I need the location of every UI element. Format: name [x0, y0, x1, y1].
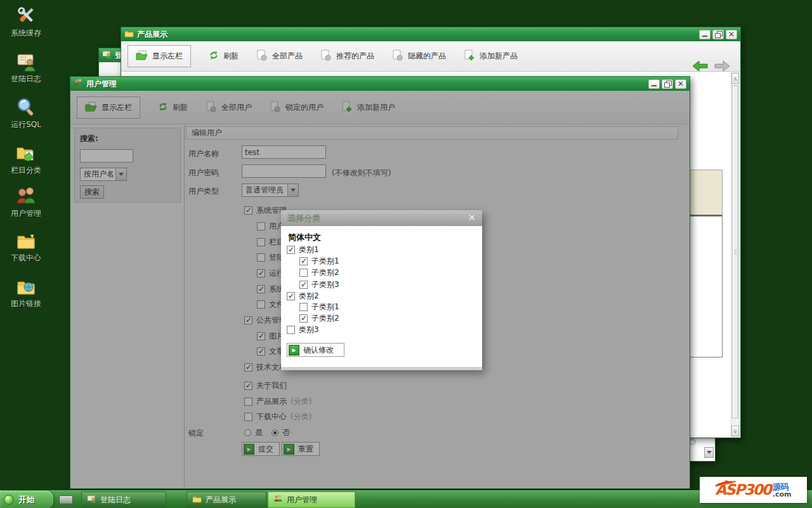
checkbox-checked[interactable]: [244, 316, 252, 324]
checkbox-checked[interactable]: [287, 246, 295, 254]
taskbar-item-login-log[interactable]: 登陆日志: [81, 491, 166, 508]
desktop-icon-download-center[interactable]: 下载中心: [0, 231, 52, 264]
permission-row[interactable]: 公共管理: [244, 315, 287, 326]
product-titlebar[interactable]: 产品展示 ✕: [121, 27, 740, 41]
scroll-down-button[interactable]: ∨: [731, 425, 739, 436]
username-input[interactable]: [242, 145, 326, 159]
checkbox-unchecked[interactable]: [299, 269, 308, 277]
desktop-icon-system-cache[interactable]: 系统缓存: [0, 5, 52, 39]
checkbox-unchecked[interactable]: [257, 253, 265, 262]
checkbox-checked[interactable]: [257, 269, 265, 277]
confirm-button[interactable]: ▶ 确认修改: [287, 343, 344, 357]
tools-icon: [0, 5, 52, 27]
checkbox-unchecked[interactable]: [287, 326, 295, 334]
scrollbar-thumb[interactable]: [732, 85, 738, 418]
close-button[interactable]: ✕: [675, 79, 686, 89]
form-scroll-down-icon[interactable]: ∨: [682, 478, 686, 485]
category-row[interactable]: 子类别1: [299, 256, 339, 267]
category-row[interactable]: 类别1: [287, 244, 319, 255]
start-button[interactable]: 开始: [0, 491, 53, 508]
desktop-icon-login-log[interactable]: 登陆日志: [0, 51, 52, 84]
locked-users-button[interactable]: 锁定的用户: [270, 101, 324, 114]
dialog-titlebar[interactable]: 选择分类 ✕: [281, 210, 482, 226]
checkbox-checked[interactable]: [257, 332, 265, 340]
checkbox-checked[interactable]: [299, 314, 308, 323]
submit-label: 提交: [258, 444, 273, 455]
password-note: (不修改则不填写): [332, 168, 391, 178]
all-products-label: 全部产品: [272, 51, 303, 62]
dialog-title: 选择分类: [287, 213, 320, 224]
hidden-products-button[interactable]: 隐藏的产品: [392, 50, 446, 63]
permission-row[interactable]: 关于我们: [244, 380, 287, 391]
checkbox-checked[interactable]: [244, 382, 252, 390]
category-row[interactable]: 子类别1: [299, 302, 339, 312]
add-product-button[interactable]: 添加新产品: [464, 50, 518, 63]
desktop-icon-categories[interactable]: 栏目分类: [0, 142, 52, 176]
checkbox-unchecked[interactable]: [244, 413, 252, 421]
desktop-icon-run-sql[interactable]: 运行SQL: [0, 97, 52, 130]
all-products-button[interactable]: 全部产品: [256, 50, 303, 63]
password-input[interactable]: [242, 164, 326, 178]
checkbox-checked[interactable]: [257, 285, 265, 293]
page-gear-icon: [270, 101, 281, 114]
checkbox-unchecked[interactable]: [257, 300, 265, 309]
taskbar-item-product[interactable]: 产品展示: [187, 491, 266, 508]
start-orb-icon: [4, 495, 14, 505]
close-button[interactable]: ✕: [726, 30, 737, 39]
close-icon[interactable]: ✕: [468, 213, 476, 223]
search-input[interactable]: [80, 149, 133, 163]
submit-button[interactable]: ▶ 提交: [242, 442, 280, 456]
permission-row[interactable]: 系统管理: [244, 205, 287, 216]
folder-pages-icon: [0, 142, 52, 164]
checkbox-checked[interactable]: [257, 347, 265, 356]
log-book-icon: [102, 50, 112, 60]
refresh-button[interactable]: 刷新: [158, 102, 188, 114]
featured-products-button[interactable]: 推荐的产品: [320, 50, 374, 63]
permission-row[interactable]: 产品展示(分类): [244, 396, 311, 407]
user-type-select[interactable]: 普通管理员: [242, 184, 299, 197]
checkbox-checked[interactable]: [299, 257, 308, 265]
radio-yes[interactable]: [244, 429, 251, 436]
desktop-icon-user-management[interactable]: 用户管理: [0, 187, 52, 219]
show-desktop-button[interactable]: [59, 495, 73, 504]
restore-button[interactable]: [662, 79, 673, 89]
checkbox-unchecked[interactable]: [244, 398, 252, 406]
permission-row[interactable]: 下载中心(分类): [244, 411, 311, 422]
permission-row[interactable]: 技术文档: [244, 362, 287, 373]
language-header: 简体中文: [288, 232, 321, 243]
category-row[interactable]: 类别3: [287, 324, 319, 335]
checkbox-checked[interactable]: [244, 363, 252, 371]
reset-button[interactable]: ▶ 重置: [282, 442, 320, 456]
taskbar-item-user-active[interactable]: 用户管理: [268, 491, 355, 508]
category-row[interactable]: 子类别2: [299, 267, 339, 278]
show-left-pane-button[interactable]: 显示左栏: [128, 45, 191, 67]
checkbox-unchecked[interactable]: [257, 238, 265, 246]
search-button[interactable]: 搜索: [80, 185, 104, 199]
radio-no-selected[interactable]: [272, 429, 278, 436]
add-user-button[interactable]: 添加新用户: [341, 101, 395, 114]
checkbox-checked[interactable]: [287, 292, 295, 300]
minimize-button[interactable]: [648, 79, 660, 89]
restore-button[interactable]: [712, 30, 724, 39]
checkbox-checked[interactable]: [244, 206, 252, 215]
user-titlebar[interactable]: 用户管理 ✕: [70, 77, 690, 91]
category-row[interactable]: 子类别3: [299, 279, 339, 290]
category-row[interactable]: 子类别2: [299, 313, 339, 324]
refresh-label: 刷新: [223, 51, 239, 62]
all-users-button[interactable]: 全部用户: [206, 101, 252, 114]
desktop-icon-image-links[interactable]: 图片链接: [0, 277, 52, 309]
folder-icon: [192, 495, 202, 505]
select-arrow-fragment[interactable]: [704, 447, 714, 458]
locked-users-label: 锁定的用户: [285, 102, 324, 113]
refresh-button[interactable]: 刷新: [209, 50, 239, 62]
checkbox-checked[interactable]: [299, 281, 308, 289]
product-scrollbar[interactable]: ∧ ∨: [731, 72, 740, 437]
scroll-up-button[interactable]: ∧: [731, 73, 739, 84]
show-left-pane-button[interactable]: 显示左栏: [77, 97, 140, 119]
form-scroll-up-icon[interactable]: ∧: [682, 119, 686, 126]
search-mode-select[interactable]: 按用户名: [80, 168, 127, 181]
checkbox-unchecked[interactable]: [257, 222, 265, 231]
category-row[interactable]: 类别2: [287, 291, 319, 302]
checkbox-unchecked[interactable]: [299, 303, 308, 311]
minimize-button[interactable]: [699, 30, 710, 39]
